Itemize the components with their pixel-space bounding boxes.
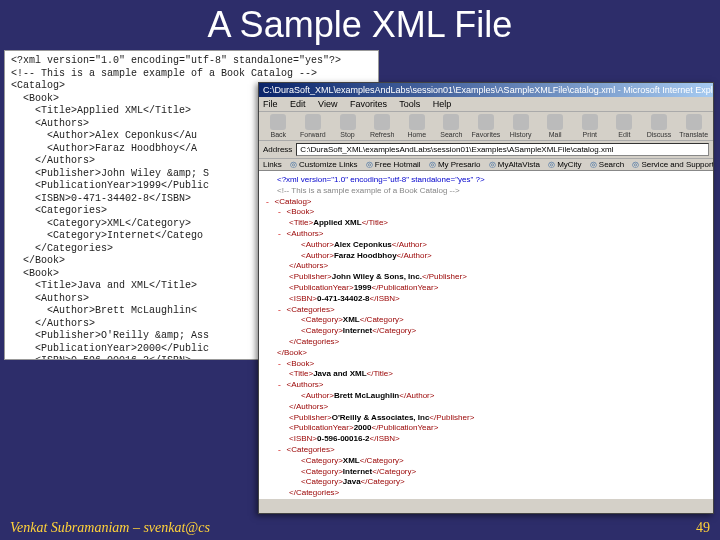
- refresh-button[interactable]: Refresh: [367, 114, 398, 138]
- back-label: Back: [271, 131, 287, 138]
- edit-label: Edit: [618, 131, 630, 138]
- slide-title: A Sample XML File: [0, 0, 720, 46]
- link-search[interactable]: Search: [590, 160, 625, 169]
- forward-button[interactable]: Forward: [298, 114, 329, 138]
- favorites-icon: [478, 114, 494, 130]
- ie-content-xml: <?xml version="1.0" encoding="utf-8" sta…: [259, 171, 713, 499]
- discuss-button[interactable]: Discuss: [644, 114, 675, 138]
- home-icon: [409, 114, 425, 130]
- book1-publisher: <Publisher>John Wiley & Sons, Inc.</Publ…: [289, 272, 707, 283]
- back-icon: [270, 114, 286, 130]
- xml-comment: <!-- This is a sample example of a Book …: [277, 186, 707, 197]
- book1-isbn: <ISBN>0-471-34402-8</ISBN>: [289, 294, 707, 305]
- book-open: - <Book>: [277, 207, 707, 218]
- back-button[interactable]: Back: [263, 114, 294, 138]
- home-button[interactable]: Home: [401, 114, 432, 138]
- stop-label: Stop: [340, 131, 354, 138]
- book1-title: <Title>Applied XML</Title>: [289, 218, 707, 229]
- ie-toolbar: Back Forward Stop Refresh Home Search Fa…: [259, 112, 713, 141]
- home-label: Home: [407, 131, 426, 138]
- history-label: History: [510, 131, 532, 138]
- search-label: Search: [440, 131, 462, 138]
- xml-declaration: <?xml version="1.0" encoding="utf-8" sta…: [277, 175, 707, 186]
- favorites-label: Favorites: [472, 131, 501, 138]
- book2-cat2: <Category>Internet</Category>: [301, 467, 707, 478]
- link-service[interactable]: Service and Support: [632, 160, 713, 169]
- menu-view[interactable]: View: [318, 99, 337, 109]
- footer-author: Venkat Subramaniam – svenkat@cs: [10, 520, 210, 535]
- edit-icon: [616, 114, 632, 130]
- book2-cats-open: - <Categories>: [277, 445, 707, 456]
- book2-cat3: <Category>Java</Category>: [301, 477, 707, 488]
- refresh-label: Refresh: [370, 131, 395, 138]
- tag-catalog: Catalog: [279, 197, 307, 206]
- edit-button[interactable]: Edit: [609, 114, 640, 138]
- refresh-icon: [374, 114, 390, 130]
- forward-label: Forward: [300, 131, 326, 138]
- favorites-button[interactable]: Favorites: [471, 114, 502, 138]
- book1-author1: <Author>Alex Ceponkus</Author>: [301, 240, 707, 251]
- book2-publisher: <Publisher>O'Reilly & Associates, Inc</P…: [289, 413, 707, 424]
- translate-label: Translate: [679, 131, 708, 138]
- address-label: Address: [263, 145, 292, 154]
- print-label: Print: [583, 131, 597, 138]
- book1-authors-open: - <Authors>: [277, 229, 707, 240]
- history-icon: [513, 114, 529, 130]
- forward-icon: [305, 114, 321, 130]
- book1-close: </Book>: [277, 348, 707, 359]
- book1-cat2: <Category>Internet</Category>: [301, 326, 707, 337]
- book1-author2: <Author>Faraz Hoodbhoy</Author>: [301, 251, 707, 262]
- link-altavista[interactable]: MyAltaVista: [489, 160, 540, 169]
- menu-help[interactable]: Help: [433, 99, 452, 109]
- book1-cat1: <Category>XML</Category>: [301, 315, 707, 326]
- print-button[interactable]: Print: [574, 114, 605, 138]
- slide: A Sample XML File <?xml version="1.0" en…: [0, 0, 720, 540]
- menu-file[interactable]: File: [263, 99, 278, 109]
- print-icon: [582, 114, 598, 130]
- ie-linksbar: Links Customize Links Free Hotmail My Pr…: [259, 159, 713, 171]
- book1-cats-close: </Categories>: [289, 337, 707, 348]
- link-presario[interactable]: My Presario: [429, 160, 481, 169]
- ie-titlebar: C:\DuraSoft_XML\examplesAndLabs\session0…: [259, 83, 713, 97]
- search-icon: [443, 114, 459, 130]
- links-label: Links: [263, 160, 282, 169]
- discuss-label: Discuss: [647, 131, 672, 138]
- book1-pubyear: <PublicationYear>1999</PublicationYear>: [289, 283, 707, 294]
- menu-edit[interactable]: Edit: [290, 99, 306, 109]
- catalog-open: - <Catalog>: [265, 197, 707, 208]
- book2-title: <Title>Java and XML</Title>: [289, 369, 707, 380]
- search-button[interactable]: Search: [436, 114, 467, 138]
- menu-favorites[interactable]: Favorites: [350, 99, 387, 109]
- book2-cats-close: </Categories>: [289, 488, 707, 499]
- book2-isbn: <ISBN>0-596-00016-2</ISBN>: [289, 434, 707, 445]
- book2-authors-close: </Authors>: [289, 402, 707, 413]
- ie-window: C:\DuraSoft_XML\examplesAndLabs\session0…: [258, 82, 714, 514]
- stop-icon: [340, 114, 356, 130]
- ie-addressbar: Address C:\DuraSoft_XML\examplesAndLabs\…: [259, 141, 713, 159]
- book2-open: - <Book>: [277, 359, 707, 370]
- mail-label: Mail: [549, 131, 562, 138]
- book2-pubyear: <PublicationYear>2000</PublicationYear>: [289, 423, 707, 434]
- discuss-icon: [651, 114, 667, 130]
- book2-cat1: <Category>XML</Category>: [301, 456, 707, 467]
- page-number: 49: [696, 520, 710, 536]
- translate-icon: [686, 114, 702, 130]
- book1-authors-close: </Authors>: [289, 261, 707, 272]
- address-input[interactable]: C:\DuraSoft_XML\examplesAndLabs\session0…: [296, 143, 709, 156]
- link-mycity[interactable]: MyCity: [548, 160, 582, 169]
- slide-footer: Venkat Subramaniam – svenkat@cs 49: [10, 520, 710, 536]
- book2-author1: <Author>Brett McLaughlin</Author>: [301, 391, 707, 402]
- book1-cats-open: - <Categories>: [277, 305, 707, 316]
- link-customize[interactable]: Customize Links: [290, 160, 358, 169]
- stop-button[interactable]: Stop: [332, 114, 363, 138]
- mail-button[interactable]: Mail: [540, 114, 571, 138]
- history-button[interactable]: History: [505, 114, 536, 138]
- translate-button[interactable]: Translate: [678, 114, 709, 138]
- ie-menubar[interactable]: File Edit View Favorites Tools Help: [259, 97, 713, 112]
- link-hotmail[interactable]: Free Hotmail: [366, 160, 421, 169]
- book2-authors-open: - <Authors>: [277, 380, 707, 391]
- mail-icon: [547, 114, 563, 130]
- menu-tools[interactable]: Tools: [399, 99, 420, 109]
